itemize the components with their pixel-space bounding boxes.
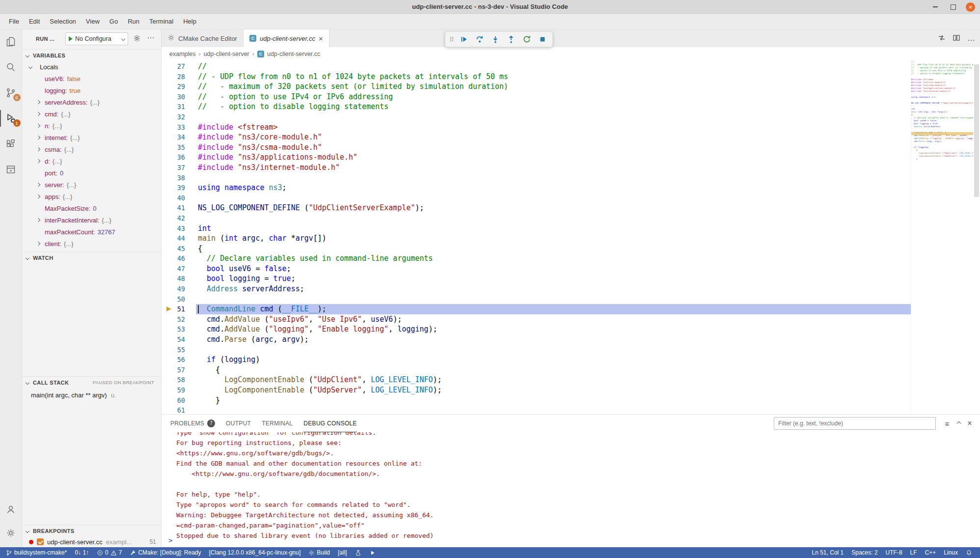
breadcrumb-item[interactable]: udp-client-server xyxy=(204,51,254,57)
variable-row-interPacketInterval[interactable]: interPacketInterval:{...} xyxy=(22,214,161,226)
more-actions-icon[interactable] xyxy=(967,34,975,43)
configure-gear-icon[interactable] xyxy=(133,34,141,44)
open-changes-icon[interactable] xyxy=(938,34,946,43)
code-line-30[interactable]: 30// - option to use IPv4 or IPv6 addres… xyxy=(162,92,911,102)
menu-selection[interactable]: Selection xyxy=(45,16,81,27)
variable-row-useV6[interactable]: useV6:false xyxy=(22,73,161,84)
code-line-53[interactable]: 53 cmd.AddValue ("logging", "Enable logg… xyxy=(162,324,911,335)
variable-row-logging[interactable]: logging:true xyxy=(22,84,161,96)
breadcrumb-item[interactable]: udp-client-server.cc xyxy=(257,51,320,57)
minimap[interactable]: //// - UDP flow from n0 to n1 of 1024 by… xyxy=(911,60,973,414)
settings-gear-icon[interactable] xyxy=(0,527,22,539)
code-line-27[interactable]: 27// xyxy=(162,61,911,72)
status-launch[interactable] xyxy=(365,547,380,558)
status-problems[interactable]: 07 xyxy=(93,547,126,558)
call-stack-section-header[interactable]: CALL STACK PAUSED ON BREAKPOINT xyxy=(22,376,161,388)
variable-row-internet[interactable]: internet:{...} xyxy=(22,132,161,143)
panel-tab-terminal[interactable]: TERMINAL xyxy=(262,415,293,432)
minimize-icon[interactable] xyxy=(930,2,940,12)
tab-cmake-cache-editor[interactable]: CMake Cache Editor xyxy=(162,29,244,47)
code-line-46[interactable]: 46 // Declare variables used in command-… xyxy=(162,253,911,264)
archive-box-icon[interactable] xyxy=(0,163,22,176)
code-line-28[interactable]: 28// - UDP flow from n0 to n1 of 1024 by… xyxy=(162,72,911,82)
variable-row-MaxPacketSize[interactable]: MaxPacketSize:0 xyxy=(22,202,161,214)
code-line-54[interactable]: 54 cmd.Parse (argc, argv); xyxy=(162,335,911,345)
scrollbar-thumb[interactable] xyxy=(974,64,979,197)
code-line-48[interactable]: 48 bool logging = true; xyxy=(162,274,911,284)
code-line-60[interactable]: 60 } xyxy=(162,395,911,406)
code-line-45[interactable]: 45{ xyxy=(162,244,911,254)
tab-udp-client-server[interactable]: udp-client-server.cc xyxy=(244,29,329,47)
menu-run[interactable]: Run xyxy=(123,16,144,27)
code-line-56[interactable]: 56 if (logging) xyxy=(162,355,911,365)
breakpoint-checkbox[interactable] xyxy=(37,538,44,545)
variable-row-server[interactable]: server:{...} xyxy=(22,179,161,191)
split-editor-icon[interactable] xyxy=(953,34,960,43)
code-line-50[interactable]: 50 xyxy=(162,294,911,305)
close-tab-icon[interactable] xyxy=(319,34,323,43)
code-line-61[interactable]: 61 xyxy=(162,405,911,414)
code-line-42[interactable]: 42 xyxy=(162,213,911,223)
code-line-41[interactable]: 41NS_LOG_COMPONENT_DEFINE ("UdpClientSer… xyxy=(162,203,911,213)
close-icon[interactable] xyxy=(966,2,975,12)
variable-row-apps[interactable]: apps:{...} xyxy=(22,191,161,202)
code-line-39[interactable]: 39using namespace ns3; xyxy=(162,183,911,193)
code-line-36[interactable]: 36#include "ns3/applications-module.h" xyxy=(162,152,911,163)
menu-edit[interactable]: Edit xyxy=(24,16,45,27)
source-control-icon[interactable]: 6 xyxy=(0,86,22,99)
console-filter-input[interactable] xyxy=(774,417,936,430)
status-cmake-status[interactable]: CMake: [Debug]: Ready xyxy=(126,547,205,558)
variable-row-d[interactable]: d:{...} xyxy=(22,155,161,167)
status-cursor-position[interactable]: Ln 51, Col 1 xyxy=(808,547,848,558)
editor-scrollbar[interactable] xyxy=(973,60,980,414)
breadcrumb-item[interactable]: examples xyxy=(169,51,201,57)
menu-file[interactable]: File xyxy=(4,16,24,27)
watch-section-header[interactable]: WATCH xyxy=(22,251,161,263)
variables-section-header[interactable]: VARIABLES xyxy=(22,49,161,61)
debug-console[interactable]: Type "show configuration" for configurat… xyxy=(162,432,980,547)
variable-row-csma[interactable]: csma:{...} xyxy=(22,143,161,155)
stack-frame-item[interactable]: main(int argc, char ** argv) u. xyxy=(22,389,161,401)
code-line-31[interactable]: 31// - option to disable logging stateme… xyxy=(162,102,911,112)
close-panel-icon[interactable] xyxy=(965,419,974,428)
variable-row-cmd[interactable]: cmd:{...} xyxy=(22,108,161,120)
menu-terminal[interactable]: Terminal xyxy=(144,16,178,27)
panel-tab-output[interactable]: OUTPUT xyxy=(226,415,251,432)
status-remote-os[interactable]: Linux xyxy=(940,547,962,558)
code-line-55[interactable]: 55 xyxy=(162,345,911,355)
search-icon[interactable] xyxy=(0,61,22,74)
breakpoint-item[interactable]: udp-client-server.cc exampl... 51 xyxy=(22,536,161,547)
more-actions-icon[interactable] xyxy=(147,31,155,40)
step-over-icon[interactable] xyxy=(473,33,487,46)
code-line-35[interactable]: 35#include "ns3/csma-module.h" xyxy=(162,142,911,153)
code-line-37[interactable]: 37#include "ns3/internet-module.h" xyxy=(162,163,911,173)
code-line-49[interactable]: 49 Address serverAddress; xyxy=(162,284,911,294)
variables-scope-locals[interactable]: Locals xyxy=(22,61,161,73)
maximize-icon[interactable] xyxy=(948,2,958,12)
panel-tab-debug-console[interactable]: DEBUG CONSOLE xyxy=(303,415,357,432)
code-line-57[interactable]: 57 { xyxy=(162,365,911,375)
status-ctest[interactable] xyxy=(351,547,365,558)
menu-view[interactable]: View xyxy=(81,16,105,27)
explorer-icon[interactable] xyxy=(0,35,22,48)
step-out-icon[interactable] xyxy=(504,33,518,46)
code-line-32[interactable]: 32 xyxy=(162,112,911,122)
code-line-47[interactable]: 47 bool useV6 = false; xyxy=(162,264,911,274)
run-and-debug-icon[interactable]: 1 xyxy=(0,112,22,125)
variable-row-client[interactable]: client:{...} xyxy=(22,238,161,250)
status-cmake-kit[interactable]: [Clang 12.0.0 x86_64-pc-linux-gnu] xyxy=(205,547,305,558)
continue-icon[interactable] xyxy=(457,33,471,46)
status-cmake-target[interactable]: [all] xyxy=(334,547,351,558)
status-cmake-build[interactable]: Build xyxy=(304,547,334,558)
start-debug-icon[interactable] xyxy=(69,36,73,41)
code-line-52[interactable]: 52 cmd.AddValue ("useIpv6", "Use Ipv6", … xyxy=(162,314,911,325)
variable-row-n[interactable]: n:{...} xyxy=(22,120,161,132)
status-indentation[interactable]: Spaces: 2 xyxy=(847,547,881,558)
variable-row-maxPacketCount[interactable]: maxPacketCount:32767 xyxy=(22,226,161,238)
code-line-33[interactable]: 33#include <fstream> xyxy=(162,122,911,133)
menu-help[interactable]: Help xyxy=(178,16,201,27)
maximize-panel-icon[interactable] xyxy=(954,419,963,428)
restart-icon[interactable] xyxy=(520,33,534,46)
code-line-40[interactable]: 40 xyxy=(162,193,911,203)
variable-row-serverAddress[interactable]: serverAddress:{...} xyxy=(22,96,161,108)
